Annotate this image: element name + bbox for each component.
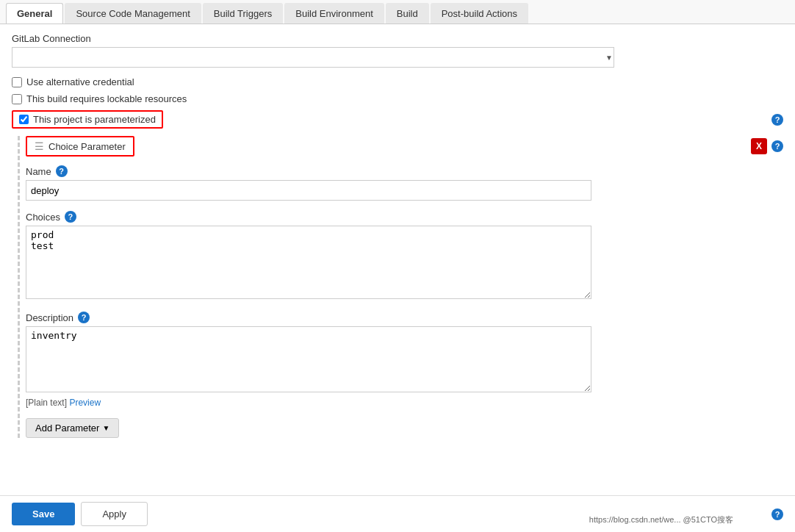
parameterized-checkbox[interactable]	[19, 115, 29, 124]
choice-param-header: ☰ Choice Parameter X ?	[26, 136, 783, 157]
tab-source-code-management[interactable]: Source Code Management	[65, 3, 201, 24]
alternative-credential-checkbox[interactable]	[12, 77, 22, 87]
plain-text-label: [Plain text]	[26, 398, 67, 408]
gitlab-select[interactable]	[12, 47, 614, 68]
choice-param-title: Choice Parameter	[48, 141, 126, 152]
name-field-group: Name ?	[26, 165, 783, 201]
gitlab-select-wrapper: ▼	[12, 47, 783, 68]
choices-textarea[interactable]: prod test	[26, 226, 591, 299]
bottom-right-help: ?	[771, 508, 783, 520]
choice-param-close-button[interactable]: X	[751, 138, 767, 154]
add-param-caret-icon: ▼	[102, 424, 109, 432]
watermark: https://blog.csdn.net/we... @51CTO搜客	[586, 514, 736, 526]
description-textarea[interactable]: inventry	[26, 326, 591, 392]
add-parameter-label: Add Parameter	[35, 423, 99, 434]
tab-bar: General Source Code Management Build Tri…	[0, 0, 795, 24]
parameterized-help-icon[interactable]: ?	[771, 114, 783, 126]
choice-param-help-icon[interactable]: ?	[771, 140, 783, 152]
choices-label-row: Choices ?	[26, 211, 783, 223]
description-help-icon[interactable]: ?	[78, 312, 90, 323]
alternative-credential-label: Use alternative credential	[26, 76, 134, 87]
alternative-credential-row: Use alternative credential	[12, 76, 783, 87]
apply-button[interactable]: Apply	[81, 502, 148, 526]
lockable-resources-label: This build requires lockable resources	[26, 93, 187, 104]
choice-param-container: ☰ Choice Parameter X ? Name ? Cho	[18, 136, 783, 438]
choice-param-header-right: X ?	[751, 138, 783, 154]
name-label: Name	[26, 166, 51, 177]
name-help-icon[interactable]: ?	[56, 165, 68, 177]
gitlab-label: GitLab Connection	[12, 33, 783, 44]
drag-handle-icon[interactable]: ☰	[35, 140, 44, 152]
add-parameter-button[interactable]: Add Parameter ▼	[26, 418, 119, 438]
tab-build-triggers[interactable]: Build Triggers	[203, 3, 283, 24]
tab-build-environment[interactable]: Build Environment	[284, 3, 384, 24]
choices-label: Choices	[26, 212, 60, 223]
choice-param-title-box: ☰ Choice Parameter	[26, 136, 134, 157]
lockable-resources-row: This build requires lockable resources	[12, 93, 783, 104]
choices-help-icon[interactable]: ?	[65, 211, 76, 223]
lockable-resources-checkbox[interactable]	[12, 94, 22, 104]
tab-build[interactable]: Build	[386, 3, 429, 24]
add-param-wrapper: Add Parameter ▼	[26, 418, 783, 438]
description-label-row: Description ?	[26, 312, 783, 323]
choices-field-group: Choices ? prod test	[26, 211, 783, 301]
description-footer: [Plain text] Preview	[26, 398, 783, 408]
parameterized-label: This project is parameterized	[33, 114, 156, 125]
name-label-row: Name ?	[26, 165, 783, 177]
description-field-group: Description ? inventry [Plain text] Prev…	[26, 312, 783, 408]
tab-general[interactable]: General	[6, 3, 63, 24]
tab-post-build-actions[interactable]: Post-build Actions	[431, 3, 528, 24]
parameterized-box: This project is parameterized	[12, 110, 163, 129]
content-area: GitLab Connection ▼ Use alternative cred…	[0, 24, 795, 491]
preview-link[interactable]: Preview	[69, 398, 101, 408]
save-button[interactable]: Save	[12, 503, 75, 525]
name-input[interactable]	[26, 180, 591, 201]
bottom-help-icon[interactable]: ?	[771, 508, 783, 520]
main-container: General Source Code Management Build Tri…	[0, 0, 795, 532]
description-label: Description	[26, 312, 73, 323]
